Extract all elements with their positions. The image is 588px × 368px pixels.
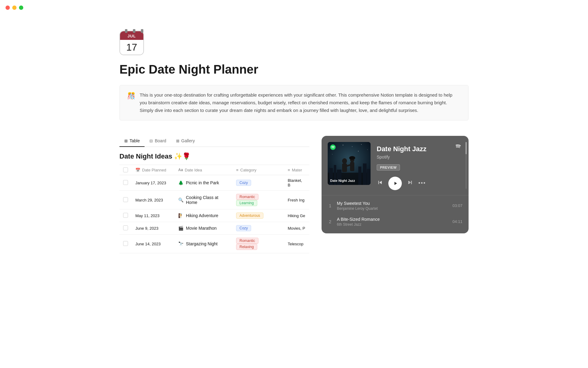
track-name: My Sweetest You bbox=[337, 201, 448, 206]
category-tag: Adventurous bbox=[236, 213, 263, 219]
row-category: Adventurous bbox=[232, 209, 284, 222]
track-number: 2 bbox=[328, 219, 333, 224]
track-name: A Bite-Sized Romance bbox=[337, 217, 448, 222]
svg-point-7 bbox=[358, 151, 359, 151]
main-content: JUL 17 Epic Date Night Planner 🎊 This is… bbox=[95, 0, 493, 272]
data-table: 📅 Date Planned Aa Date Idea bbox=[119, 165, 309, 253]
idea-text: Hiking Adventure bbox=[186, 213, 218, 218]
svg-point-3 bbox=[352, 146, 352, 147]
row-mater: Blanket, B bbox=[284, 175, 309, 191]
track-item[interactable]: 1 My Sweetest You Benjamine Leroy Quarte… bbox=[322, 198, 469, 214]
minimize-button[interactable] bbox=[12, 6, 17, 10]
category-col-label: Category bbox=[240, 168, 257, 172]
skip-back-button[interactable] bbox=[377, 179, 383, 187]
traffic-lights bbox=[6, 6, 23, 10]
description-box: 🎊 This is your one-stop destination for … bbox=[119, 85, 469, 121]
track-artist: Benjamine Leroy Quartet bbox=[337, 206, 448, 211]
spotify-widget: Date Night Jazz Date Night Jazz Spotify … bbox=[322, 136, 469, 233]
idea-text: Picnic in the Park bbox=[186, 180, 219, 185]
tab-board-label: Board bbox=[155, 138, 166, 143]
row-checkbox[interactable] bbox=[123, 225, 128, 230]
svg-rect-16 bbox=[342, 163, 347, 172]
skip-forward-button[interactable] bbox=[407, 179, 413, 187]
table-title: Date Night Ideas ✨🌹 bbox=[119, 152, 309, 160]
idea-emoji: 🧗 bbox=[178, 213, 183, 218]
description-emoji: 🎊 bbox=[127, 92, 135, 114]
svg-rect-18 bbox=[350, 162, 354, 171]
col-header-date: 📅 Date Planned bbox=[132, 165, 175, 175]
row-idea: 🎬Movie Marathon bbox=[175, 222, 232, 235]
row-idea: 🌲Picnic in the Park bbox=[175, 175, 232, 191]
play-button[interactable] bbox=[388, 177, 402, 190]
row-date: June 14, 2023 bbox=[132, 235, 175, 253]
close-button[interactable] bbox=[6, 6, 10, 10]
description-text: This is your one-stop destination for cr… bbox=[140, 91, 461, 114]
table-tab-icon: ⊞ bbox=[124, 139, 128, 143]
bottom-section: ⊞ Table ⊟ Board ⊠ Gallery Date Night Ide… bbox=[119, 136, 469, 253]
track-artist: 6th Street Jazz bbox=[337, 222, 448, 227]
more-options-button[interactable]: ••• bbox=[418, 180, 426, 186]
row-checkbox[interactable] bbox=[123, 241, 128, 246]
category-tag: Cozy bbox=[236, 180, 251, 186]
col-header-mater: ≡ Mater bbox=[284, 165, 309, 175]
track-list: 1 My Sweetest You Benjamine Leroy Quarte… bbox=[322, 195, 469, 231]
table-row[interactable]: March 29, 2023🔍Cooking Class at HomeRoma… bbox=[119, 191, 309, 209]
row-idea: 🔍Cooking Class at Home bbox=[175, 191, 232, 209]
row-category: Cozy bbox=[232, 222, 284, 235]
row-category: RomanticLearning bbox=[232, 191, 284, 209]
row-date: March 29, 2023 bbox=[132, 191, 175, 209]
row-date: May 11, 2023 bbox=[132, 209, 175, 222]
row-date: June 9, 2023 bbox=[132, 222, 175, 235]
track-duration: 03:07 bbox=[452, 203, 462, 208]
tab-gallery[interactable]: ⊠ Gallery bbox=[171, 136, 200, 147]
category-col-icon: ≡ bbox=[236, 168, 239, 172]
col-header-checkbox bbox=[119, 165, 132, 175]
svg-line-20 bbox=[347, 165, 350, 166]
maximize-button[interactable] bbox=[19, 6, 23, 10]
row-category: RomanticRelaxing bbox=[232, 235, 284, 253]
row-mater: Telescop bbox=[284, 235, 309, 253]
row-checkbox[interactable] bbox=[123, 180, 128, 185]
row-date: January 17, 2023 bbox=[132, 175, 175, 191]
table-row[interactable]: January 17, 2023🌲Picnic in the ParkCozyB… bbox=[119, 175, 309, 191]
idea-emoji: 🌲 bbox=[178, 180, 183, 185]
svg-point-2 bbox=[343, 145, 343, 145]
gallery-tab-icon: ⊠ bbox=[176, 139, 179, 143]
svg-rect-11 bbox=[337, 170, 341, 185]
track-info: A Bite-Sized Romance 6th Street Jazz bbox=[337, 217, 448, 227]
category-tag: Learning bbox=[236, 200, 257, 206]
col-header-idea: Aa Date Idea bbox=[175, 165, 232, 175]
spotify-song-title: Date Night Jazz bbox=[377, 145, 462, 153]
row-idea: 🧗Hiking Adventure bbox=[175, 209, 232, 222]
date-col-label: Date Planned bbox=[142, 168, 166, 172]
idea-col-label: Date Idea bbox=[185, 168, 202, 172]
table-row[interactable]: June 9, 2023🎬Movie MarathonCozyMovies, P bbox=[119, 222, 309, 235]
category-tag: Cozy bbox=[236, 225, 251, 231]
mater-col-label: Mater bbox=[292, 168, 302, 172]
svg-point-6 bbox=[332, 154, 332, 155]
idea-text: Stargazing Night bbox=[186, 241, 218, 246]
spotify-platform: Spotify bbox=[377, 155, 462, 159]
svg-point-15 bbox=[342, 158, 347, 164]
svg-point-4 bbox=[361, 144, 362, 145]
row-mater: Fresh Ing bbox=[284, 191, 309, 209]
category-tag: Romantic bbox=[236, 194, 258, 200]
tab-table[interactable]: ⊞ Table bbox=[119, 136, 145, 147]
row-checkbox[interactable] bbox=[123, 197, 128, 202]
spotify-album-art: Date Night Jazz bbox=[328, 142, 371, 185]
idea-emoji: 🎬 bbox=[178, 226, 183, 231]
col-header-category: ≡ Category bbox=[232, 165, 284, 175]
svg-rect-12 bbox=[358, 167, 361, 185]
table-row[interactable]: June 14, 2023🔭Stargazing NightRomanticRe… bbox=[119, 235, 309, 253]
table-row[interactable]: May 11, 2023🧗Hiking AdventureAdventurous… bbox=[119, 209, 309, 222]
board-tab-icon: ⊟ bbox=[149, 139, 153, 143]
tab-board[interactable]: ⊟ Board bbox=[145, 136, 171, 147]
row-mater: Movies, P bbox=[284, 222, 309, 235]
idea-text: Cooking Class at Home bbox=[186, 195, 229, 205]
track-item[interactable]: 2 A Bite-Sized Romance 6th Street Jazz 0… bbox=[322, 214, 469, 230]
row-category: Cozy bbox=[232, 175, 284, 191]
row-checkbox[interactable] bbox=[123, 213, 128, 218]
spotify-controls: ••• bbox=[377, 177, 462, 190]
idea-emoji: 🔭 bbox=[178, 241, 183, 246]
track-number: 1 bbox=[328, 203, 333, 208]
